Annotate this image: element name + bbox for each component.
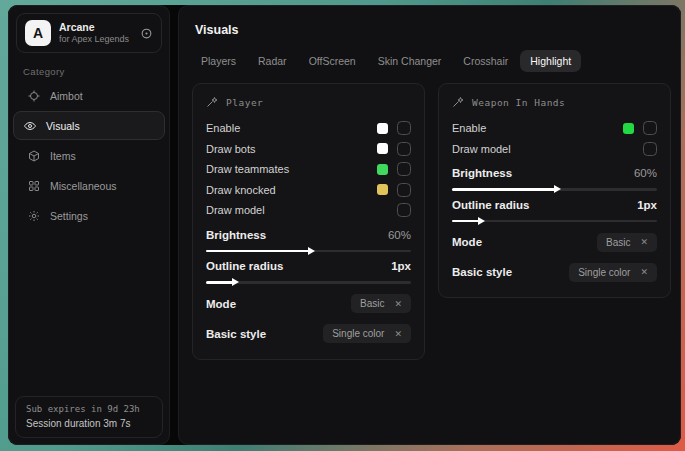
remove-icon[interactable]: ✕: [640, 267, 648, 277]
basic-style-chip[interactable]: Single color ✕: [323, 324, 411, 343]
wand-icon: [452, 96, 464, 108]
basic-style-chip[interactable]: Single color ✕: [569, 263, 657, 282]
color-swatch[interactable]: [377, 184, 388, 195]
checkbox[interactable]: [397, 183, 411, 197]
outline-radius-slider-block: Outline radius 1px: [452, 199, 657, 223]
color-swatch[interactable]: [377, 123, 388, 134]
color-swatch[interactable]: [377, 143, 388, 154]
tab-radar[interactable]: Radar: [248, 50, 297, 72]
checkbox[interactable]: [397, 121, 411, 135]
panel-title: Player: [226, 97, 263, 108]
sidebar-item-label: Items: [50, 150, 76, 162]
checkbox[interactable]: [397, 162, 411, 176]
slider-value: 60%: [388, 229, 411, 241]
basic-style-select-row: Basic style Single color ✕: [206, 321, 411, 347]
setting-row-enable: Enable: [452, 118, 657, 139]
setting-label: Draw bots: [206, 143, 256, 155]
remove-icon[interactable]: ✕: [394, 299, 402, 309]
outline-radius-slider[interactable]: [206, 281, 411, 284]
slider-fill[interactable]: [206, 281, 233, 284]
sidebar-item-label: Settings: [50, 210, 88, 222]
weapon-in-hands-panel: Weapon In Hands Enable Draw model Bright…: [438, 83, 671, 298]
mode-select-row: Mode Basic ✕: [206, 291, 411, 317]
sidebar-item-label: Aimbot: [50, 90, 83, 102]
slider-label: Outline radius: [452, 199, 529, 211]
setting-label: Draw model: [206, 204, 265, 216]
sidebar-nav: Aimbot Visuals Items: [9, 81, 169, 231]
color-swatch[interactable]: [623, 123, 634, 134]
slider-value: 1px: [391, 260, 411, 272]
session-duration-text: Session duration 3m 7s: [26, 418, 152, 429]
checkbox[interactable]: [397, 142, 411, 156]
slider-fill[interactable]: [452, 188, 555, 191]
mode-chip[interactable]: Basic ✕: [351, 294, 411, 313]
subscription-status: Sub expires in 9d 23h Session duration 3…: [15, 396, 163, 438]
select-label: Basic style: [206, 328, 266, 340]
sidebar-item-items[interactable]: Items: [13, 141, 165, 170]
eye-icon: [24, 120, 36, 132]
crosshair-icon: [28, 90, 40, 102]
main-panel: Visuals Players Radar OffScreen Skin Cha…: [178, 5, 681, 445]
setting-label: Enable: [206, 122, 240, 134]
page-title: Visuals: [195, 23, 239, 37]
mode-select-row: Mode Basic ✕: [452, 229, 657, 255]
sidebar-item-label: Miscellaneous: [50, 180, 117, 192]
target-icon[interactable]: [140, 27, 153, 40]
checkbox[interactable]: [643, 142, 657, 156]
sidebar-item-aimbot[interactable]: Aimbot: [13, 81, 165, 110]
sidebar-item-visuals[interactable]: Visuals: [13, 111, 165, 140]
tab-highlight[interactable]: Highlight: [520, 50, 581, 72]
setting-row-draw-model: Draw model: [452, 139, 657, 160]
setting-label: Draw knocked: [206, 184, 276, 196]
chip-value: Single color: [332, 328, 384, 339]
chip-value: Single color: [578, 267, 630, 278]
tab-crosshair[interactable]: Crosshair: [453, 50, 518, 72]
app-subtitle: for Apex Legends: [59, 34, 129, 45]
setting-row-draw-model: Draw model: [206, 200, 411, 221]
setting-row-enable: Enable: [206, 118, 411, 139]
brightness-slider[interactable]: [452, 188, 657, 191]
tab-players[interactable]: Players: [191, 50, 246, 72]
setting-label: Draw model: [452, 143, 511, 155]
app-logo: A: [25, 20, 51, 46]
mode-chip[interactable]: Basic ✕: [597, 233, 657, 252]
color-swatch[interactable]: [377, 164, 388, 175]
brightness-slider[interactable]: [206, 250, 411, 253]
slider-fill[interactable]: [206, 250, 309, 253]
sidebar-item-settings[interactable]: Settings: [13, 201, 165, 230]
tab-skin-changer[interactable]: Skin Changer: [368, 50, 452, 72]
slider-value: 1px: [637, 199, 657, 211]
slider-label: Brightness: [452, 167, 512, 179]
sidebar-item-miscellaneous[interactable]: Miscellaneous: [13, 171, 165, 200]
category-label: Category: [23, 66, 169, 77]
app-name: Arcane: [59, 21, 129, 34]
checkbox[interactable]: [397, 203, 411, 217]
sub-expiry-text: Sub expires in 9d 23h: [26, 404, 152, 414]
checkbox[interactable]: [643, 121, 657, 135]
outline-radius-slider-block: Outline radius 1px: [206, 260, 411, 284]
slider-label: Outline radius: [206, 260, 283, 272]
chip-value: Basic: [360, 298, 384, 309]
panel-title: Weapon In Hands: [472, 97, 565, 108]
settings-panels: Player Enable Draw bots Draw teammates: [192, 83, 671, 360]
tab-offscreen[interactable]: OffScreen: [299, 50, 366, 72]
chip-value: Basic: [606, 237, 630, 248]
setting-row-draw-knocked: Draw knocked: [206, 180, 411, 201]
box-icon: [28, 150, 40, 162]
brightness-slider-block: Brightness 60%: [206, 229, 411, 253]
setting-label: Draw teammates: [206, 163, 289, 175]
sidebar-item-label: Visuals: [46, 120, 80, 132]
slider-value: 60%: [634, 167, 657, 179]
brightness-slider-block: Brightness 60%: [452, 167, 657, 191]
grid-icon: [28, 180, 40, 192]
gear-icon: [28, 210, 40, 222]
slider-fill[interactable]: [452, 220, 479, 223]
select-label: Mode: [452, 236, 482, 248]
tab-bar: Players Radar OffScreen Skin Changer Cro…: [191, 50, 581, 72]
remove-icon[interactable]: ✕: [640, 237, 648, 247]
wand-icon: [206, 96, 218, 108]
select-label: Basic style: [452, 266, 512, 278]
select-label: Mode: [206, 298, 236, 310]
outline-radius-slider[interactable]: [452, 220, 657, 223]
remove-icon[interactable]: ✕: [394, 329, 402, 339]
